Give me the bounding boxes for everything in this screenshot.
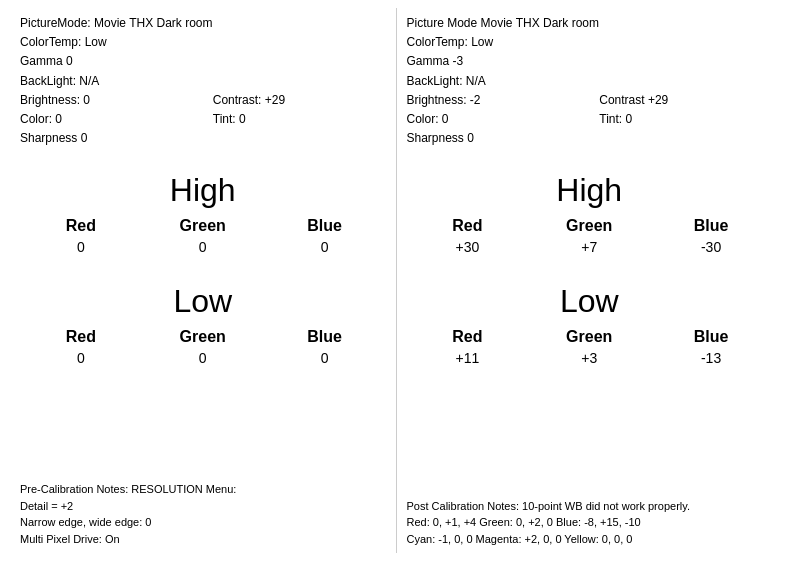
- right-backlight: BackLight: N/A: [407, 72, 773, 91]
- right-low-blue-label: Blue: [650, 328, 772, 346]
- main-content: PictureMode: Movie THX Dark room ColorTe…: [0, 0, 792, 561]
- left-high-red-val: 0: [20, 239, 142, 255]
- left-info: PictureMode: Movie THX Dark room ColorTe…: [20, 14, 386, 148]
- left-low-title: Low: [20, 283, 386, 320]
- right-high-headers: Red Green Blue: [407, 217, 773, 235]
- left-panel: PictureMode: Movie THX Dark room ColorTe…: [10, 8, 397, 553]
- right-high-red-val: +30: [407, 239, 529, 255]
- left-contrast: Contrast: +29: [213, 91, 386, 110]
- left-high-green-label: Green: [142, 217, 264, 235]
- right-note-1: Post Calibration Notes: 10-point WB did …: [407, 498, 773, 515]
- left-high-blue-label: Blue: [264, 217, 386, 235]
- right-low-green-val: +3: [528, 350, 650, 366]
- left-low-blue-val: 0: [264, 350, 386, 366]
- left-low-red-val: 0: [20, 350, 142, 366]
- right-gamma: Gamma -3: [407, 52, 773, 71]
- left-note-2: Detail = +2: [20, 498, 386, 515]
- left-high-headers: Red Green Blue: [20, 217, 386, 235]
- right-low-red-label: Red: [407, 328, 529, 346]
- right-brightness: Brightness: -2: [407, 91, 580, 110]
- left-high-blue-val: 0: [264, 239, 386, 255]
- right-row1: Brightness: -2 Contrast +29: [407, 91, 773, 110]
- left-low-red-label: Red: [20, 328, 142, 346]
- right-color-temp: ColorTemp: Low: [407, 33, 773, 52]
- right-color: Color: 0: [407, 110, 580, 129]
- left-row2: Color: 0 Tint: 0: [20, 110, 386, 129]
- right-panel: Picture Mode Movie THX Dark room ColorTe…: [397, 8, 783, 553]
- left-low-blue-label: Blue: [264, 328, 386, 346]
- left-note-4: Multi Pixel Drive: On: [20, 531, 386, 548]
- left-high-values: 0 0 0: [20, 239, 386, 255]
- left-brightness: Brightness: 0: [20, 91, 193, 110]
- right-notes: Post Calibration Notes: 10-point WB did …: [407, 498, 773, 548]
- left-note-1: Pre-Calibration Notes: RESOLUTION Menu:: [20, 481, 386, 498]
- right-high-red-label: Red: [407, 217, 529, 235]
- right-row2: Color: 0 Tint: 0: [407, 110, 773, 129]
- left-notes: Pre-Calibration Notes: RESOLUTION Menu: …: [20, 481, 386, 547]
- left-high-red-label: Red: [20, 217, 142, 235]
- right-low-blue-val: -13: [650, 350, 772, 366]
- right-high-blue-val: -30: [650, 239, 772, 255]
- right-low-values: +11 +3 -13: [407, 350, 773, 366]
- right-high-values: +30 +7 -30: [407, 239, 773, 255]
- left-note-3: Narrow edge, wide edge: 0: [20, 514, 386, 531]
- right-note-2: Red: 0, +1, +4 Green: 0, +2, 0 Blue: -8,…: [407, 514, 773, 531]
- left-gamma: Gamma 0: [20, 52, 386, 71]
- left-backlight: BackLight: N/A: [20, 72, 386, 91]
- left-high-title: High: [20, 172, 386, 209]
- left-low-green-val: 0: [142, 350, 264, 366]
- left-picture-mode: PictureMode: Movie THX Dark room: [20, 14, 386, 33]
- left-low-green-label: Green: [142, 328, 264, 346]
- right-tint: Tint: 0: [599, 110, 772, 129]
- left-tint: Tint: 0: [213, 110, 386, 129]
- right-low-red-val: +11: [407, 350, 529, 366]
- right-picture-mode: Picture Mode Movie THX Dark room: [407, 14, 773, 33]
- right-contrast: Contrast +29: [599, 91, 772, 110]
- left-color-temp: ColorTemp: Low: [20, 33, 386, 52]
- left-high-green-val: 0: [142, 239, 264, 255]
- right-low-green-label: Green: [528, 328, 650, 346]
- right-sharpness: Sharpness 0: [407, 129, 773, 148]
- right-low-title: Low: [407, 283, 773, 320]
- right-high-blue-label: Blue: [650, 217, 772, 235]
- left-sharpness: Sharpness 0: [20, 129, 386, 148]
- right-note-3: Cyan: -1, 0, 0 Magenta: +2, 0, 0 Yellow:…: [407, 531, 773, 548]
- right-low-headers: Red Green Blue: [407, 328, 773, 346]
- right-high-green-val: +7: [528, 239, 650, 255]
- right-high-title: High: [407, 172, 773, 209]
- left-color: Color: 0: [20, 110, 193, 129]
- right-info: Picture Mode Movie THX Dark room ColorTe…: [407, 14, 773, 148]
- left-low-headers: Red Green Blue: [20, 328, 386, 346]
- right-high-green-label: Green: [528, 217, 650, 235]
- left-row1: Brightness: 0 Contrast: +29: [20, 91, 386, 110]
- left-low-values: 0 0 0: [20, 350, 386, 366]
